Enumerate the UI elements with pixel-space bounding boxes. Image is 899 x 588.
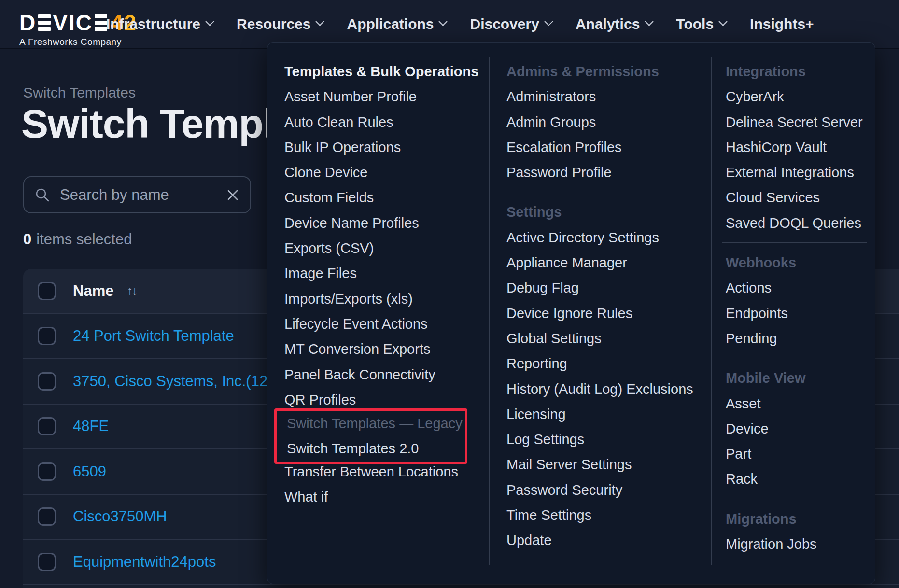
row-name-link[interactable]: 3750, Cisco Systems, Inc.(123) [73, 373, 281, 390]
menu-item-hashicorp-vault[interactable]: HashiCorp Vault [726, 135, 871, 160]
top-nav: DVIC42 A Freshworks Company Infrastructu… [0, 0, 899, 49]
menu-section-header: Settings [506, 199, 704, 224]
menu-item-delinea-secret-server[interactable]: Delinea Secret Server [726, 110, 871, 135]
nav-item-applications[interactable]: Applications [347, 16, 446, 32]
nav-item-discovery[interactable]: Discovery [470, 16, 551, 32]
menu-item-custom-fields[interactable]: Custom Fields [284, 185, 482, 210]
nav-item-label: Resources [237, 16, 310, 32]
menu-column-divider [711, 57, 712, 565]
nav-item-tools[interactable]: Tools [676, 16, 726, 32]
selected-count: 0 [23, 231, 31, 248]
menu-item-clone-device[interactable]: Clone Device [284, 160, 482, 185]
menu-item-mail-server-settings[interactable]: Mail Server Settings [506, 452, 704, 477]
menu-item-password-security[interactable]: Password Security [506, 477, 704, 503]
menu-item-device-ignore-rules[interactable]: Device Ignore Rules [506, 301, 704, 326]
resources-mega-menu: Templates & Bulk OperationsAsset Number … [267, 42, 875, 584]
menu-item-password-profile[interactable]: Password Profile [506, 160, 704, 185]
nav-item-insights[interactable]: Insights+ [750, 16, 814, 32]
chevron-down-icon [316, 17, 324, 26]
menu-item-image-files[interactable]: Image Files [284, 261, 482, 286]
menu-item-bulk-ip-operations[interactable]: Bulk IP Operations [284, 135, 482, 160]
row-checkbox[interactable] [38, 372, 56, 391]
menu-item-actions[interactable]: Actions [726, 275, 871, 300]
menu-item-exports-csv[interactable]: Exports (CSV) [284, 236, 482, 261]
menu-item-history-audit-log-exclusions[interactable]: History (Audit Log) Exclusions [506, 377, 704, 402]
nav-item-resources[interactable]: Resources [237, 16, 323, 32]
menu-item-debug-flag[interactable]: Debug Flag [506, 275, 704, 300]
logo-e-icon [95, 14, 107, 31]
menu-item-transfer-between-locations[interactable]: Transfer Between Locations [284, 459, 482, 484]
selected-label: items selected [36, 231, 132, 248]
menu-item-external-integrations[interactable]: External Integrations [726, 160, 871, 185]
menu-item-escalation-profiles[interactable]: Escalation Profiles [506, 135, 704, 160]
row-checkbox[interactable] [38, 507, 56, 526]
menu-item-active-directory-settings[interactable]: Active Directory Settings [506, 225, 704, 250]
name-column-header[interactable]: Name [73, 282, 113, 300]
chevron-down-icon [645, 17, 654, 26]
menu-item-reporting[interactable]: Reporting [506, 351, 704, 376]
menu-column: IntegrationsCyberArkDelinea Secret Serve… [726, 59, 871, 557]
menu-item-device-name-profiles[interactable]: Device Name Profiles [284, 210, 482, 236]
highlight-box: Switch Templates — LegacySwitch Template… [274, 408, 467, 464]
menu-item-time-settings[interactable]: Time Settings [506, 503, 704, 528]
nav-item-label: Applications [347, 16, 434, 32]
nav-item-infrastructure[interactable]: Infrastructure [106, 16, 213, 32]
menu-item-switch-templates-2-0[interactable]: Switch Templates 2.0 [287, 436, 465, 461]
menu-item-migration-jobs[interactable]: Migration Jobs [726, 532, 871, 557]
clear-icon[interactable] [226, 188, 239, 202]
menu-column: Admins & PermissionsAdministratorsAdmin … [506, 59, 704, 553]
menu-section-divider [722, 358, 867, 358]
menu-section-divider [722, 242, 867, 243]
nav-item-label: Infrastructure [106, 16, 200, 32]
menu-column: Templates & Bulk OperationsAsset Number … [284, 59, 482, 509]
chevron-down-icon [205, 17, 214, 26]
row-name-link[interactable]: 48FE [73, 418, 109, 435]
menu-item-endpoints[interactable]: Endpoints [726, 301, 871, 326]
row-checkbox[interactable] [38, 462, 56, 481]
menu-section-header: Templates & Bulk Operations [284, 59, 482, 84]
menu-item-asset-number-profile[interactable]: Asset Number Profile [284, 84, 482, 109]
menu-item-cyberark[interactable]: CyberArk [726, 84, 871, 109]
menu-item-admin-groups[interactable]: Admin Groups [506, 110, 704, 135]
row-checkbox[interactable] [38, 327, 56, 345]
menu-item-administrators[interactable]: Administrators [506, 84, 704, 109]
nav-item-label: Discovery [470, 16, 539, 32]
menu-item-switch-templates-legacy[interactable]: Switch Templates — Legacy [287, 411, 465, 436]
menu-item-log-settings[interactable]: Log Settings [506, 427, 704, 452]
menu-item-part[interactable]: Part [726, 441, 871, 466]
nav-item-label: Insights+ [750, 16, 814, 32]
menu-item-imports-exports-xls[interactable]: Imports/Exports (xls) [284, 286, 482, 311]
menu-item-lifecycle-event-actions[interactable]: Lifecycle Event Actions [284, 311, 482, 336]
chevron-down-icon [439, 17, 448, 26]
menu-section-header: Integrations [726, 59, 871, 84]
select-all-checkbox[interactable] [38, 282, 56, 300]
menu-item-licensing[interactable]: Licensing [506, 402, 704, 427]
row-name-link[interactable]: Equipmentwith24pots [73, 553, 216, 571]
menu-item-pending[interactable]: Pending [726, 326, 871, 351]
row-name-link[interactable]: Cisco3750MH [73, 508, 167, 525]
menu-item-cloud-services[interactable]: Cloud Services [726, 185, 871, 210]
row-name-link[interactable]: 6509 [73, 463, 106, 480]
nav-item-analytics[interactable]: Analytics [576, 16, 652, 32]
menu-item-asset[interactable]: Asset [726, 391, 871, 416]
row-name-link[interactable]: 24 Port Switch Template [73, 327, 234, 345]
menu-item-rack[interactable]: Rack [726, 466, 871, 491]
menu-item-auto-clean-rules[interactable]: Auto Clean Rules [284, 110, 482, 135]
menu-item-panel-back-connectivity[interactable]: Panel Back Connectivity [284, 362, 482, 387]
menu-item-device[interactable]: Device [726, 416, 871, 441]
menu-item-saved-doql-queries[interactable]: Saved DOQL Queries [726, 210, 871, 236]
menu-item-what-if[interactable]: What if [284, 484, 482, 509]
menu-section-header: Migrations [726, 506, 871, 532]
search-box[interactable] [23, 176, 251, 213]
menu-item-mt-conversion-exports[interactable]: MT Conversion Exports [284, 336, 482, 362]
sort-icon[interactable]: ↑↓ [126, 283, 136, 298]
menu-section-header: Mobile View [726, 365, 871, 391]
menu-item-global-settings[interactable]: Global Settings [506, 326, 704, 351]
menu-item-appliance-manager[interactable]: Appliance Manager [506, 250, 704, 275]
search-input[interactable] [59, 186, 217, 204]
menu-item-update[interactable]: Update [506, 528, 704, 553]
nav-item-label: Tools [676, 16, 714, 32]
row-checkbox[interactable] [38, 417, 56, 435]
row-checkbox[interactable] [38, 553, 56, 571]
selection-status: 0items selected [23, 231, 132, 248]
